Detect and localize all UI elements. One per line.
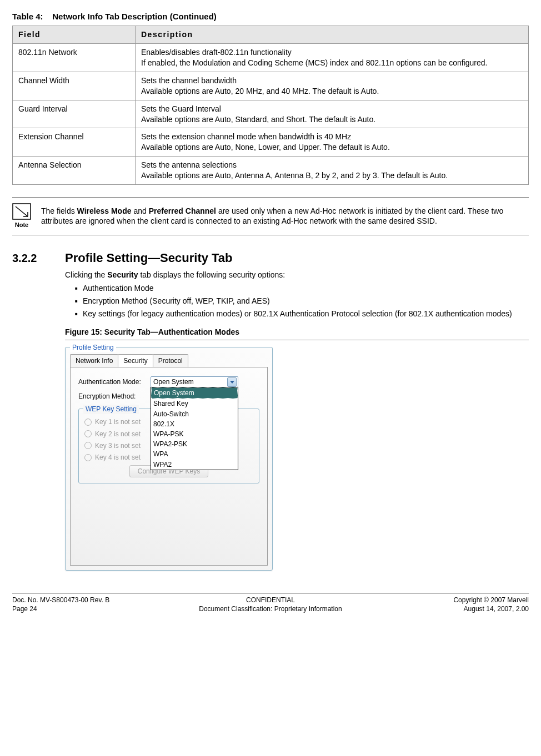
figure-caption: Figure 15: Security Tab—Authentication M… xyxy=(65,327,529,337)
desc-cell: Sets the channel bandwidthAvailable opti… xyxy=(136,72,529,100)
bullet-list: Authentication ModeEncryption Method (Se… xyxy=(65,283,529,319)
table-caption: Table 4: Network Info Tab Description (C… xyxy=(12,11,529,22)
dropdown-option[interactable]: 802.1X xyxy=(151,419,238,429)
radio-icon xyxy=(84,419,92,426)
auth-mode-dropdown[interactable]: Open SystemShared KeyAuto-Switch802.1XWP… xyxy=(151,387,238,470)
dropdown-option[interactable]: WPA2 xyxy=(151,460,238,470)
list-item: Encryption Method (Security off, WEP, TK… xyxy=(75,296,529,306)
list-item: Authentication Mode xyxy=(75,283,529,294)
dropdown-option[interactable]: WPA2-PSK xyxy=(151,439,238,449)
wep-key-label: Key 2 is not set xyxy=(95,430,141,439)
radio-icon xyxy=(84,454,92,461)
radio-icon xyxy=(84,442,92,449)
date-version: August 14, 2007, 2.00 xyxy=(357,604,529,613)
page-footer: Doc. No. MV-S800473-00 Rev. B Page 24 CO… xyxy=(12,593,529,613)
field-cell: Guard Interval xyxy=(13,100,136,128)
list-item: Key settings (for legacy authentication … xyxy=(75,309,529,319)
page-number: Page 24 xyxy=(12,604,184,613)
copyright-text: Copyright © 2007 Marvell xyxy=(357,596,529,604)
th-desc: Description xyxy=(136,26,529,44)
auth-mode-combo[interactable]: Open System Open SystemShared KeyAuto-Sw… xyxy=(151,376,238,387)
fieldset-legend: Profile Setting xyxy=(70,343,116,352)
note-block: Note The fields Wireless Mode and Prefer… xyxy=(12,197,529,235)
th-field: Field xyxy=(13,26,136,44)
classification-label: Document Classification: Proprietary Inf… xyxy=(184,604,357,613)
table-title: Network Info Tab Description (Continued) xyxy=(52,12,217,21)
auth-mode-value: Open System xyxy=(153,377,194,386)
table-row: Antenna SelectionSets the antenna select… xyxy=(13,157,529,185)
table-row: Extension ChannelSets the extension chan… xyxy=(13,128,529,157)
table-row: 802.11n NetworkEnables/disables draft-80… xyxy=(13,44,529,72)
doc-number: Doc. No. MV-S800473-00 Rev. B xyxy=(12,596,184,604)
note-icon: Note xyxy=(12,203,31,229)
dropdown-option[interactable]: Shared Key xyxy=(151,399,238,409)
section-title: Profile Setting—Security Tab xyxy=(65,250,233,266)
field-cell: Channel Width xyxy=(13,72,136,100)
desc-cell: Enables/disables draft-802.11n functiona… xyxy=(136,44,529,72)
tab-panel: Authentication Mode: Open System Open Sy… xyxy=(70,367,268,566)
description-table: Field Description 802.11n NetworkEnables… xyxy=(12,26,529,185)
field-cell: Extension Channel xyxy=(13,128,136,157)
wep-key-label: Key 3 is not set xyxy=(95,441,141,450)
table-row: Channel WidthSets the channel bandwidthA… xyxy=(13,72,529,100)
section-intro: Clicking the Security tab displays the f… xyxy=(65,270,529,280)
tab-security[interactable]: Security xyxy=(118,354,153,367)
table-label: Table 4: xyxy=(12,12,43,21)
auth-mode-label: Authentication Mode: xyxy=(78,377,151,386)
tab-protocol[interactable]: Protocol xyxy=(153,354,188,367)
section-number: 3.2.2 xyxy=(12,251,65,266)
chevron-down-icon[interactable] xyxy=(227,377,237,387)
desc-cell: Sets the Guard IntervalAvailable options… xyxy=(136,100,529,128)
tab-network-info[interactable]: Network Info xyxy=(70,354,118,367)
wep-key-label: Key 1 is not set xyxy=(95,417,141,426)
note-label: Note xyxy=(15,221,28,228)
radio-icon xyxy=(84,430,92,437)
wep-key-label: Key 4 is not set xyxy=(95,453,141,462)
desc-cell: Sets the extension channel mode when ban… xyxy=(136,128,529,157)
confidential-label: CONFIDENTIAL xyxy=(184,596,357,604)
note-text: The fields Wireless Mode and Preferred C… xyxy=(41,206,529,227)
field-cell: 802.11n Network xyxy=(13,44,136,72)
dropdown-option[interactable]: Open System xyxy=(151,387,238,399)
desc-cell: Sets the antenna selectionsAvailable opt… xyxy=(136,157,529,185)
table-row: Guard IntervalSets the Guard IntervalAva… xyxy=(13,100,529,128)
profile-setting-fieldset: Profile Setting Network Info Security Pr… xyxy=(65,347,273,571)
dropdown-option[interactable]: WPA-PSK xyxy=(151,429,238,439)
encryption-label: Encryption Method: xyxy=(78,392,151,401)
dropdown-option[interactable]: WPA xyxy=(151,449,238,459)
wep-legend: WEP Key Setting xyxy=(83,405,139,414)
dropdown-option[interactable]: Auto-Switch xyxy=(151,409,238,419)
field-cell: Antenna Selection xyxy=(13,157,136,185)
